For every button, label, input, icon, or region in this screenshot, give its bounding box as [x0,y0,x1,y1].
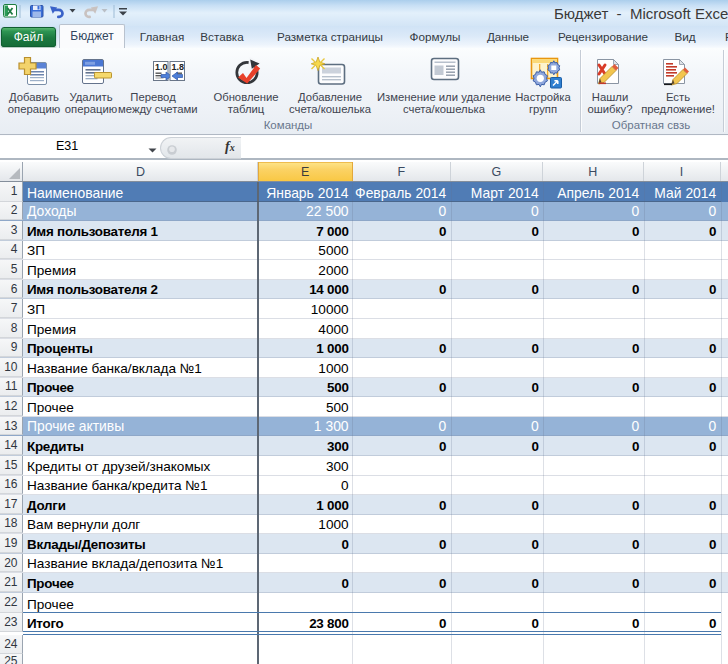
svg-text:1.8: 1.8 [172,62,185,72]
svg-text:1.0: 1.0 [155,62,168,72]
